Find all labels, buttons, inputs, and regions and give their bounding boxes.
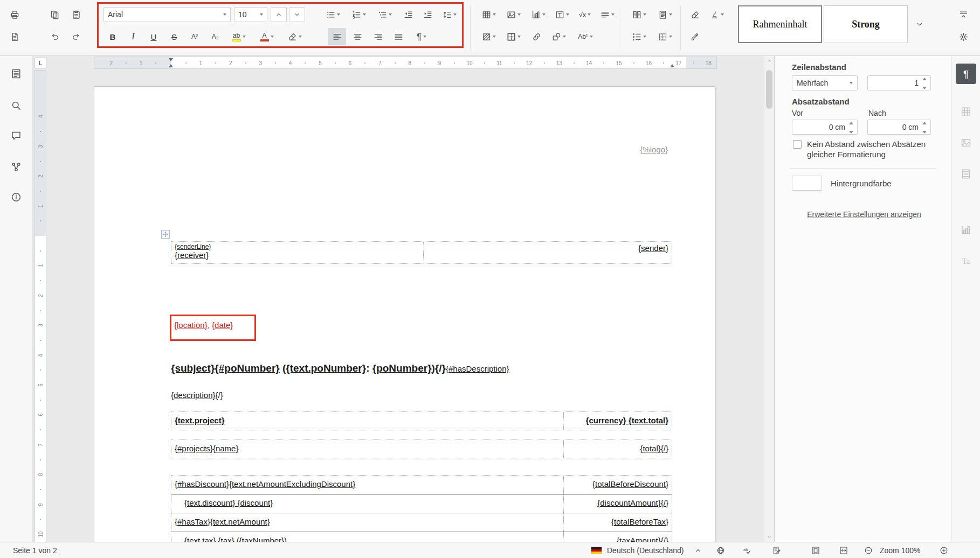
- table-cell[interactable]: {#hasTax}{text.netAmount}: [171, 513, 563, 532]
- paste-button[interactable]: [67, 6, 85, 23]
- scroll-down-button[interactable]: [764, 532, 774, 542]
- subscript-button[interactable]: A₂: [206, 28, 224, 45]
- zoom-in-button[interactable]: [937, 545, 951, 556]
- clear-style-button[interactable]: [686, 6, 704, 23]
- style-item-rahmeninhalt[interactable]: Rahmeninhalt: [738, 5, 822, 43]
- fit-width-button[interactable]: [837, 545, 851, 556]
- insert-chart-button[interactable]: [527, 6, 550, 23]
- insert-table-button[interactable]: [478, 6, 500, 23]
- increment-font-size-button[interactable]: [271, 7, 287, 22]
- text-art-settings-tab[interactable]: Ta: [956, 251, 976, 271]
- align-left-button[interactable]: [328, 28, 346, 45]
- sender-table-left-cell[interactable]: {senderLine} {receiver}: [171, 242, 423, 263]
- set-language-button[interactable]: [714, 545, 728, 556]
- quick-print-button[interactable]: [5, 28, 24, 45]
- spinner-arrows[interactable]: [922, 122, 929, 134]
- style-item-strong[interactable]: Strong: [824, 5, 908, 43]
- sidebar-item-about[interactable]: [6, 187, 26, 207]
- collapse-toolbar-button[interactable]: [954, 6, 972, 23]
- vertical-ruler[interactable]: 123412345678910: [34, 70, 46, 542]
- document-area[interactable]: {%logo} {senderLine} {receiver} {sender}…: [32, 70, 764, 542]
- table-cell[interactable]: {taxAmount}{/}: [563, 532, 672, 542]
- insert-break-button[interactable]: [596, 6, 619, 23]
- font-size-select[interactable]: 10: [234, 7, 267, 22]
- decrement-font-size-button[interactable]: [289, 7, 305, 22]
- bullet-list-button[interactable]: [321, 6, 345, 23]
- table-row[interactable]: {#hasTax}{text.netAmount} {totalBeforeTa…: [171, 513, 672, 532]
- table-cell[interactable]: {#hasDiscount}{text.netAmountExcludingDi…: [171, 476, 563, 494]
- sidebar-item-plugins[interactable]: [6, 157, 26, 177]
- line-spacing-select[interactable]: Mehrfach: [792, 75, 858, 90]
- shading-button[interactable]: [478, 28, 500, 45]
- copy-button[interactable]: [45, 6, 64, 23]
- hyperlink-button[interactable]: [527, 28, 546, 45]
- horizontal-ruler[interactable]: 12123456789101112131415161718: [94, 57, 717, 69]
- table-row[interactable]: {text.discount} {discount} {discountAmou…: [171, 494, 672, 513]
- line-spacing-button[interactable]: [438, 6, 461, 23]
- table-row[interactable]: {text.tax} {tax} ({taxNumber}) {taxAmoun…: [171, 532, 672, 542]
- style-gallery-expand-button[interactable]: [909, 5, 930, 43]
- redo-button[interactable]: [67, 28, 85, 45]
- underline-button[interactable]: U: [144, 28, 163, 45]
- document-page[interactable]: {%logo} {senderLine} {receiver} {sender}…: [94, 86, 715, 542]
- spinner-up-icon[interactable]: [922, 78, 927, 80]
- first-line-indent-marker[interactable]: [169, 58, 173, 61]
- spinner-down-icon[interactable]: [849, 131, 853, 134]
- spinner-up-icon[interactable]: [922, 122, 927, 124]
- description-line[interactable]: {description}{/}: [171, 390, 223, 400]
- italic-button[interactable]: I: [124, 28, 142, 45]
- document-language-button[interactable]: Deutsch (Deutschland): [607, 546, 684, 555]
- font-color-button[interactable]: A: [254, 28, 279, 45]
- totals-table[interactable]: {#hasDiscount}{text.netAmountExcludingDi…: [171, 475, 672, 542]
- insert-text-box-button[interactable]: [551, 6, 574, 23]
- sender-table-right-cell[interactable]: {sender}: [423, 242, 672, 263]
- projects-row[interactable]: {#projects}{name} {total}{/}: [171, 440, 672, 458]
- spell-check-button[interactable]: ab: [740, 545, 754, 556]
- align-center-button[interactable]: [348, 28, 367, 45]
- spacing-before-input[interactable]: 0 cm: [792, 120, 858, 135]
- bold-button[interactable]: B: [103, 28, 122, 45]
- table-settings-tab[interactable]: [956, 101, 976, 122]
- no-spacing-checkbox[interactable]: [793, 140, 802, 149]
- strikethrough-button[interactable]: S: [165, 28, 183, 45]
- vertical-scrollbar[interactable]: [764, 56, 774, 542]
- table-cell[interactable]: {text.tax} {tax} ({taxNumber}): [171, 532, 563, 542]
- align-right-button[interactable]: [369, 28, 387, 45]
- table-grid-button[interactable]: [653, 28, 677, 45]
- header-footer-settings-tab[interactable]: [956, 164, 976, 184]
- table-cell[interactable]: {totalBeforeDiscount}: [563, 476, 672, 494]
- line-spacing-amount-input[interactable]: 1: [867, 75, 931, 90]
- hanging-indent-marker[interactable]: [169, 64, 173, 67]
- table-cell[interactable]: {currency} {text.total}: [563, 412, 672, 430]
- table-cell[interactable]: {total}{/}: [563, 440, 672, 458]
- increase-indent-button[interactable]: [418, 6, 437, 23]
- table-cell[interactable]: {discountAmount}{/}: [563, 494, 672, 513]
- superscript-button[interactable]: A²: [185, 28, 204, 45]
- fit-page-button[interactable]: [809, 545, 823, 556]
- table-cell[interactable]: {text.discount} {discount}: [171, 494, 563, 513]
- sidebar-item-comments[interactable]: [6, 126, 26, 145]
- format-painter-button[interactable]: [686, 28, 704, 45]
- scroll-up-button[interactable]: [764, 56, 774, 66]
- advanced-settings-link[interactable]: Erweiterte Einstellungen anzeigen: [785, 210, 943, 219]
- right-indent-marker[interactable]: [670, 64, 674, 67]
- clear-formatting-button[interactable]: [282, 28, 307, 45]
- spinner-down-icon[interactable]: [922, 131, 927, 134]
- table-move-handle[interactable]: [161, 230, 170, 239]
- insert-image-button[interactable]: [502, 6, 525, 23]
- footnote-button[interactable]: Ab¹: [572, 28, 598, 45]
- numbered-list-button[interactable]: [347, 6, 371, 23]
- print-button[interactable]: [5, 6, 24, 23]
- spacing-after-input[interactable]: 0 cm: [867, 120, 931, 135]
- placeholder-logo[interactable]: {%logo}: [640, 145, 668, 154]
- insert-equation-button[interactable]: √x: [574, 6, 596, 23]
- language-caret-button[interactable]: [691, 545, 705, 556]
- zoom-level-label[interactable]: Zoom 100%: [880, 546, 920, 555]
- image-settings-tab[interactable]: [956, 132, 976, 153]
- paragraph-settings-tab[interactable]: ¶: [956, 64, 976, 84]
- document-heading[interactable]: {subject}{#poNumber} ({text.poNumber}: {…: [171, 362, 509, 374]
- line-numbering-button[interactable]: [627, 28, 651, 45]
- table-cell[interactable]: {#projects}{name}: [171, 440, 563, 458]
- page-layout-button[interactable]: [653, 6, 677, 23]
- multilevel-list-button[interactable]: [373, 6, 397, 23]
